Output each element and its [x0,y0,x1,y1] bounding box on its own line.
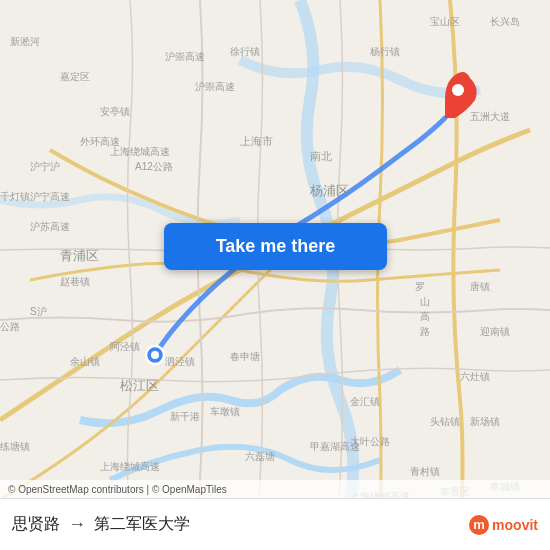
moovit-icon: m [469,515,489,535]
map-background: 青浦区 杨浦区 浦东新区 松江区 南北 上海市 新淞河 宝山区 长兴岛 嘉定区 … [0,0,550,550]
take-me-there-button[interactable]: Take me there [164,223,387,270]
svg-text:沪崇高速: 沪崇高速 [195,81,235,92]
svg-text:泗泾镇: 泗泾镇 [165,356,195,367]
svg-text:外环高速: 外环高速 [80,136,120,147]
svg-text:赵巷镇: 赵巷镇 [60,276,90,287]
svg-text:嘉定区: 嘉定区 [60,71,90,82]
navigation-bar: 思贤路 → 第二军医大学 m moovit [0,498,550,550]
svg-text:山: 山 [420,296,430,307]
svg-text:徐行镇: 徐行镇 [230,46,260,57]
attribution-text: © OpenStreetMap contributors | © OpenMap… [8,484,227,495]
svg-text:宝山区: 宝山区 [430,16,460,27]
svg-text:上海绕城高速: 上海绕城高速 [100,461,160,472]
svg-text:A12公路: A12公路 [135,161,173,172]
svg-text:罗: 罗 [415,281,425,292]
moovit-logo: m moovit [469,515,538,535]
svg-text:南北: 南北 [310,150,332,162]
svg-text:六灶镇: 六灶镇 [460,371,490,382]
svg-text:杨行镇: 杨行镇 [369,46,400,57]
svg-text:车墩镇: 车墩镇 [210,406,240,417]
svg-text:唐镇: 唐镇 [470,281,490,292]
svg-text:练塘镇: 练塘镇 [0,441,30,452]
svg-text:沪崇高速: 沪崇高速 [165,51,205,62]
svg-text:上海市: 上海市 [240,135,273,147]
svg-text:甲嘉湖高速: 甲嘉湖高速 [310,441,360,452]
svg-point-53 [151,351,159,359]
navigation-arrow: → [68,514,86,535]
svg-text:六磊塘: 六磊塘 [245,451,275,462]
svg-text:沪宁高速: 沪宁高速 [30,191,70,202]
svg-text:路: 路 [420,326,430,337]
svg-text:五洲大道: 五洲大道 [470,111,510,122]
svg-text:春申塘: 春申塘 [230,351,260,362]
svg-text:金汇镇: 金汇镇 [350,396,380,407]
svg-text:新淞河: 新淞河 [10,36,40,47]
svg-text:头钻镇: 头钻镇 [430,416,460,427]
svg-text:沪苏高速: 沪苏高速 [30,221,70,232]
svg-text:长兴岛: 长兴岛 [490,16,520,27]
svg-text:青村镇: 青村镇 [410,466,440,477]
svg-text:安亭镇: 安亭镇 [100,106,130,117]
svg-text:高: 高 [420,311,430,322]
destination-label: 第二军医大学 [94,514,190,535]
map-container: 青浦区 杨浦区 浦东新区 松江区 南北 上海市 新淞河 宝山区 长兴岛 嘉定区 … [0,0,550,550]
svg-text:阿泾镇: 阿泾镇 [110,341,140,352]
map-attribution: © OpenStreetMap contributors | © OpenMap… [0,480,550,498]
origin-label: 思贤路 [12,514,60,535]
svg-text:迎南镇: 迎南镇 [480,326,510,337]
svg-text:杨浦区: 杨浦区 [309,183,349,198]
svg-text:松江区: 松江区 [120,378,159,393]
svg-text:新场镇: 新场镇 [470,416,500,427]
svg-text:S沪: S沪 [30,306,47,317]
svg-text:沪宁沪: 沪宁沪 [30,161,60,172]
svg-text:新千港: 新千港 [170,411,200,422]
svg-text:千灯镇: 千灯镇 [0,191,30,202]
svg-text:余山镇: 余山镇 [70,356,100,367]
svg-text:青浦区: 青浦区 [60,248,99,263]
svg-text:上海绕城高速: 上海绕城高速 [110,146,170,157]
moovit-text: moovit [492,517,538,533]
svg-text:公路: 公路 [0,321,20,332]
svg-point-54 [452,84,464,96]
